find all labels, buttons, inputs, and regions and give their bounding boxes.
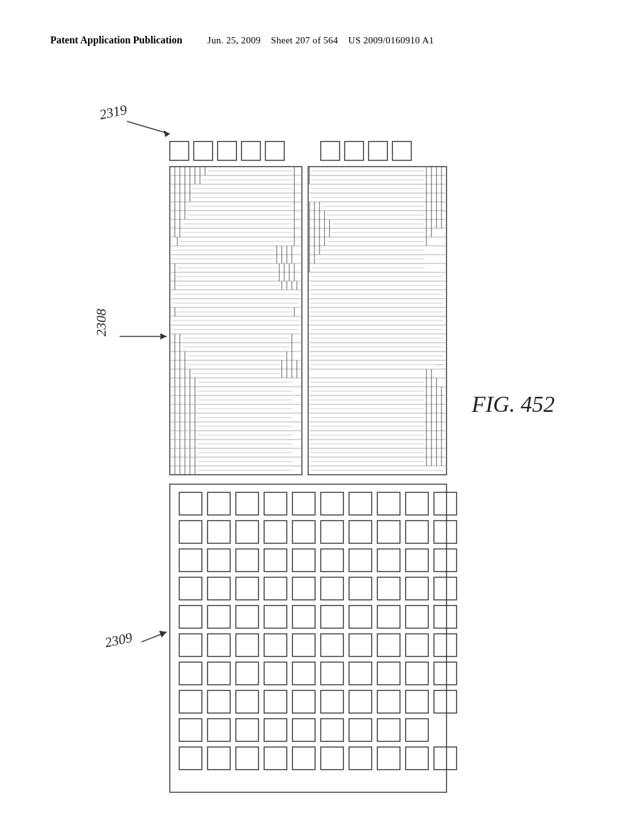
svg-rect-383 [208, 577, 230, 600]
svg-rect-449 [406, 747, 428, 770]
svg-rect-391 [434, 577, 457, 600]
svg-rect-7 [321, 141, 340, 160]
svg-rect-9 [369, 141, 387, 160]
svg-rect-392 [179, 606, 202, 628]
svg-rect-365 [264, 521, 287, 543]
svg-rect-375 [264, 549, 287, 572]
svg-rect-373 [208, 549, 230, 572]
svg-rect-445 [292, 747, 315, 770]
svg-rect-403 [208, 634, 230, 656]
svg-rect-435 [264, 719, 287, 741]
label-2319-text: 2319 [98, 101, 128, 123]
svg-rect-379 [377, 549, 400, 572]
svg-rect-351 [170, 484, 447, 792]
svg-rect-382 [179, 577, 202, 600]
svg-rect-355 [264, 492, 287, 515]
svg-rect-433 [208, 719, 230, 741]
svg-rect-410 [406, 634, 428, 656]
svg-rect-362 [179, 521, 202, 543]
svg-rect-400 [406, 606, 428, 628]
svg-rect-4 [218, 141, 236, 160]
svg-rect-412 [179, 662, 202, 685]
svg-rect-376 [292, 549, 315, 572]
svg-rect-422 [179, 690, 202, 713]
svg-marker-1 [164, 130, 170, 137]
svg-rect-428 [349, 690, 372, 713]
svg-marker-350 [160, 333, 167, 340]
svg-rect-370 [406, 521, 428, 543]
svg-rect-408 [349, 634, 372, 656]
svg-rect-450 [434, 747, 457, 770]
svg-rect-429 [377, 690, 400, 713]
svg-line-0 [127, 121, 170, 134]
svg-rect-377 [321, 549, 343, 572]
svg-rect-352 [179, 492, 202, 515]
svg-rect-440 [406, 719, 428, 741]
svg-rect-402 [179, 634, 202, 656]
svg-rect-371 [434, 521, 457, 543]
svg-rect-366 [292, 521, 315, 543]
svg-rect-378 [349, 549, 372, 572]
svg-rect-387 [321, 577, 343, 600]
main-diagram-svg: 2319 [82, 97, 560, 821]
svg-rect-397 [321, 606, 343, 628]
patent-number: US 2009/0160910 A1 [348, 35, 434, 45]
header: Patent Application Publication Jun. 25, … [0, 35, 644, 46]
svg-rect-381 [434, 549, 457, 572]
svg-rect-372 [179, 549, 202, 572]
svg-rect-399 [377, 606, 400, 628]
svg-rect-356 [292, 492, 315, 515]
svg-rect-6 [265, 141, 284, 160]
svg-rect-394 [236, 606, 258, 628]
svg-rect-380 [406, 549, 428, 572]
svg-rect-384 [236, 577, 258, 600]
svg-rect-398 [349, 606, 372, 628]
svg-rect-388 [349, 577, 372, 600]
svg-rect-354 [236, 492, 258, 515]
svg-rect-8 [345, 141, 364, 160]
svg-rect-425 [264, 690, 287, 713]
svg-rect-385 [264, 577, 287, 600]
svg-rect-442 [208, 747, 230, 770]
svg-rect-447 [349, 747, 372, 770]
sheet-info: Sheet 207 of 564 [271, 35, 338, 45]
svg-rect-411 [434, 634, 457, 656]
svg-rect-448 [377, 747, 400, 770]
svg-rect-401 [434, 606, 457, 628]
svg-rect-426 [292, 690, 315, 713]
fig-label-text: FIG. 452 [471, 392, 555, 417]
svg-rect-419 [377, 662, 400, 685]
svg-rect-430 [406, 690, 428, 713]
svg-rect-353 [208, 492, 230, 515]
svg-rect-415 [264, 662, 287, 685]
svg-rect-421 [434, 662, 457, 685]
svg-rect-367 [321, 521, 343, 543]
svg-rect-432 [179, 719, 202, 741]
svg-rect-386 [292, 577, 315, 600]
svg-rect-418 [349, 662, 372, 685]
svg-rect-3 [194, 141, 213, 160]
svg-rect-407 [321, 634, 343, 656]
svg-rect-414 [236, 662, 258, 685]
svg-rect-396 [292, 606, 315, 628]
svg-rect-395 [264, 606, 287, 628]
svg-rect-438 [349, 719, 372, 741]
svg-rect-436 [292, 719, 315, 741]
svg-rect-406 [292, 634, 315, 656]
svg-rect-417 [321, 662, 343, 685]
svg-rect-5 [242, 141, 260, 160]
svg-rect-393 [208, 606, 230, 628]
header-info: Jun. 25, 2009 Sheet 207 of 564 US 2009/0… [208, 35, 434, 46]
svg-rect-427 [321, 690, 343, 713]
svg-rect-368 [349, 521, 372, 543]
svg-rect-431 [434, 690, 457, 713]
right-panel-rows [308, 167, 447, 470]
svg-rect-389 [377, 577, 400, 600]
label-2308-text: 2308 [93, 309, 109, 336]
pub-date: Jun. 25, 2009 [208, 35, 261, 45]
svg-rect-416 [292, 662, 315, 685]
svg-rect-444 [264, 747, 287, 770]
svg-rect-446 [321, 747, 343, 770]
svg-rect-10 [392, 141, 411, 160]
svg-rect-357 [321, 492, 343, 515]
